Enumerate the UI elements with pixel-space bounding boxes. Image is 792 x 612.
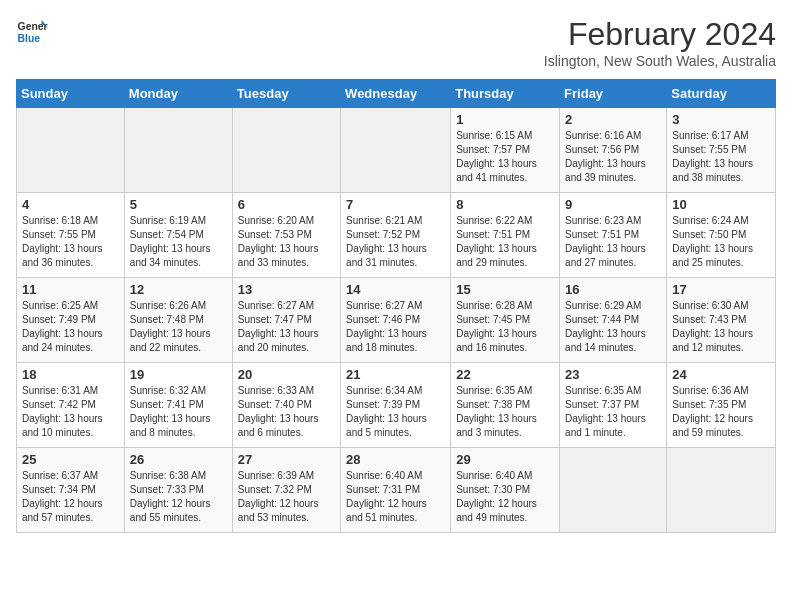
calendar-header-row: Sunday Monday Tuesday Wednesday Thursday… — [17, 80, 776, 108]
table-row: 13Sunrise: 6:27 AMSunset: 7:47 PMDayligh… — [232, 278, 340, 363]
day-info: Sunrise: 6:36 AMSunset: 7:35 PMDaylight:… — [672, 384, 770, 440]
day-number: 28 — [346, 452, 445, 467]
day-number: 5 — [130, 197, 227, 212]
day-number: 18 — [22, 367, 119, 382]
title-block: February 2024 Islington, New South Wales… — [544, 16, 776, 69]
table-row — [667, 448, 776, 533]
day-number: 23 — [565, 367, 661, 382]
day-number: 13 — [238, 282, 335, 297]
day-info: Sunrise: 6:27 AMSunset: 7:46 PMDaylight:… — [346, 299, 445, 355]
day-info: Sunrise: 6:23 AMSunset: 7:51 PMDaylight:… — [565, 214, 661, 270]
table-row — [124, 108, 232, 193]
day-number: 25 — [22, 452, 119, 467]
calendar-week-row: 11Sunrise: 6:25 AMSunset: 7:49 PMDayligh… — [17, 278, 776, 363]
day-info: Sunrise: 6:17 AMSunset: 7:55 PMDaylight:… — [672, 129, 770, 185]
table-row: 16Sunrise: 6:29 AMSunset: 7:44 PMDayligh… — [560, 278, 667, 363]
day-info: Sunrise: 6:32 AMSunset: 7:41 PMDaylight:… — [130, 384, 227, 440]
table-row: 15Sunrise: 6:28 AMSunset: 7:45 PMDayligh… — [451, 278, 560, 363]
day-info: Sunrise: 6:21 AMSunset: 7:52 PMDaylight:… — [346, 214, 445, 270]
table-row: 26Sunrise: 6:38 AMSunset: 7:33 PMDayligh… — [124, 448, 232, 533]
col-friday: Friday — [560, 80, 667, 108]
table-row: 3Sunrise: 6:17 AMSunset: 7:55 PMDaylight… — [667, 108, 776, 193]
table-row: 7Sunrise: 6:21 AMSunset: 7:52 PMDaylight… — [341, 193, 451, 278]
day-number: 3 — [672, 112, 770, 127]
day-number: 10 — [672, 197, 770, 212]
col-tuesday: Tuesday — [232, 80, 340, 108]
day-info: Sunrise: 6:38 AMSunset: 7:33 PMDaylight:… — [130, 469, 227, 525]
day-info: Sunrise: 6:24 AMSunset: 7:50 PMDaylight:… — [672, 214, 770, 270]
table-row: 19Sunrise: 6:32 AMSunset: 7:41 PMDayligh… — [124, 363, 232, 448]
day-info: Sunrise: 6:27 AMSunset: 7:47 PMDaylight:… — [238, 299, 335, 355]
day-number: 27 — [238, 452, 335, 467]
table-row: 5Sunrise: 6:19 AMSunset: 7:54 PMDaylight… — [124, 193, 232, 278]
day-number: 16 — [565, 282, 661, 297]
table-row: 8Sunrise: 6:22 AMSunset: 7:51 PMDaylight… — [451, 193, 560, 278]
calendar-week-row: 1Sunrise: 6:15 AMSunset: 7:57 PMDaylight… — [17, 108, 776, 193]
day-info: Sunrise: 6:19 AMSunset: 7:54 PMDaylight:… — [130, 214, 227, 270]
calendar-week-row: 18Sunrise: 6:31 AMSunset: 7:42 PMDayligh… — [17, 363, 776, 448]
day-number: 2 — [565, 112, 661, 127]
logo-icon: General Blue — [16, 16, 48, 48]
day-number: 9 — [565, 197, 661, 212]
day-number: 17 — [672, 282, 770, 297]
day-number: 4 — [22, 197, 119, 212]
day-number: 6 — [238, 197, 335, 212]
day-info: Sunrise: 6:16 AMSunset: 7:56 PMDaylight:… — [565, 129, 661, 185]
location-subtitle: Islington, New South Wales, Australia — [544, 53, 776, 69]
day-info: Sunrise: 6:31 AMSunset: 7:42 PMDaylight:… — [22, 384, 119, 440]
day-info: Sunrise: 6:35 AMSunset: 7:38 PMDaylight:… — [456, 384, 554, 440]
table-row: 12Sunrise: 6:26 AMSunset: 7:48 PMDayligh… — [124, 278, 232, 363]
day-info: Sunrise: 6:34 AMSunset: 7:39 PMDaylight:… — [346, 384, 445, 440]
day-info: Sunrise: 6:18 AMSunset: 7:55 PMDaylight:… — [22, 214, 119, 270]
table-row: 17Sunrise: 6:30 AMSunset: 7:43 PMDayligh… — [667, 278, 776, 363]
day-info: Sunrise: 6:28 AMSunset: 7:45 PMDaylight:… — [456, 299, 554, 355]
table-row: 22Sunrise: 6:35 AMSunset: 7:38 PMDayligh… — [451, 363, 560, 448]
table-row — [560, 448, 667, 533]
day-number: 7 — [346, 197, 445, 212]
day-number: 12 — [130, 282, 227, 297]
table-row: 6Sunrise: 6:20 AMSunset: 7:53 PMDaylight… — [232, 193, 340, 278]
table-row: 20Sunrise: 6:33 AMSunset: 7:40 PMDayligh… — [232, 363, 340, 448]
day-info: Sunrise: 6:30 AMSunset: 7:43 PMDaylight:… — [672, 299, 770, 355]
day-number: 1 — [456, 112, 554, 127]
day-number: 20 — [238, 367, 335, 382]
day-info: Sunrise: 6:39 AMSunset: 7:32 PMDaylight:… — [238, 469, 335, 525]
table-row: 25Sunrise: 6:37 AMSunset: 7:34 PMDayligh… — [17, 448, 125, 533]
day-number: 15 — [456, 282, 554, 297]
day-info: Sunrise: 6:33 AMSunset: 7:40 PMDaylight:… — [238, 384, 335, 440]
day-info: Sunrise: 6:15 AMSunset: 7:57 PMDaylight:… — [456, 129, 554, 185]
table-row: 11Sunrise: 6:25 AMSunset: 7:49 PMDayligh… — [17, 278, 125, 363]
table-row — [232, 108, 340, 193]
day-number: 26 — [130, 452, 227, 467]
day-number: 19 — [130, 367, 227, 382]
table-row: 23Sunrise: 6:35 AMSunset: 7:37 PMDayligh… — [560, 363, 667, 448]
page-header: General Blue February 2024 Islington, Ne… — [16, 16, 776, 69]
day-info: Sunrise: 6:25 AMSunset: 7:49 PMDaylight:… — [22, 299, 119, 355]
day-number: 24 — [672, 367, 770, 382]
day-number: 11 — [22, 282, 119, 297]
table-row: 21Sunrise: 6:34 AMSunset: 7:39 PMDayligh… — [341, 363, 451, 448]
svg-text:Blue: Blue — [18, 33, 41, 44]
day-number: 8 — [456, 197, 554, 212]
day-info: Sunrise: 6:29 AMSunset: 7:44 PMDaylight:… — [565, 299, 661, 355]
table-row: 2Sunrise: 6:16 AMSunset: 7:56 PMDaylight… — [560, 108, 667, 193]
col-sunday: Sunday — [17, 80, 125, 108]
table-row: 18Sunrise: 6:31 AMSunset: 7:42 PMDayligh… — [17, 363, 125, 448]
day-number: 29 — [456, 452, 554, 467]
day-number: 22 — [456, 367, 554, 382]
table-row: 14Sunrise: 6:27 AMSunset: 7:46 PMDayligh… — [341, 278, 451, 363]
day-info: Sunrise: 6:37 AMSunset: 7:34 PMDaylight:… — [22, 469, 119, 525]
calendar-table: Sunday Monday Tuesday Wednesday Thursday… — [16, 79, 776, 533]
table-row: 4Sunrise: 6:18 AMSunset: 7:55 PMDaylight… — [17, 193, 125, 278]
table-row: 28Sunrise: 6:40 AMSunset: 7:31 PMDayligh… — [341, 448, 451, 533]
day-number: 14 — [346, 282, 445, 297]
table-row: 1Sunrise: 6:15 AMSunset: 7:57 PMDaylight… — [451, 108, 560, 193]
table-row — [341, 108, 451, 193]
day-info: Sunrise: 6:22 AMSunset: 7:51 PMDaylight:… — [456, 214, 554, 270]
day-info: Sunrise: 6:40 AMSunset: 7:30 PMDaylight:… — [456, 469, 554, 525]
day-info: Sunrise: 6:40 AMSunset: 7:31 PMDaylight:… — [346, 469, 445, 525]
col-saturday: Saturday — [667, 80, 776, 108]
col-wednesday: Wednesday — [341, 80, 451, 108]
calendar-week-row: 25Sunrise: 6:37 AMSunset: 7:34 PMDayligh… — [17, 448, 776, 533]
col-monday: Monday — [124, 80, 232, 108]
